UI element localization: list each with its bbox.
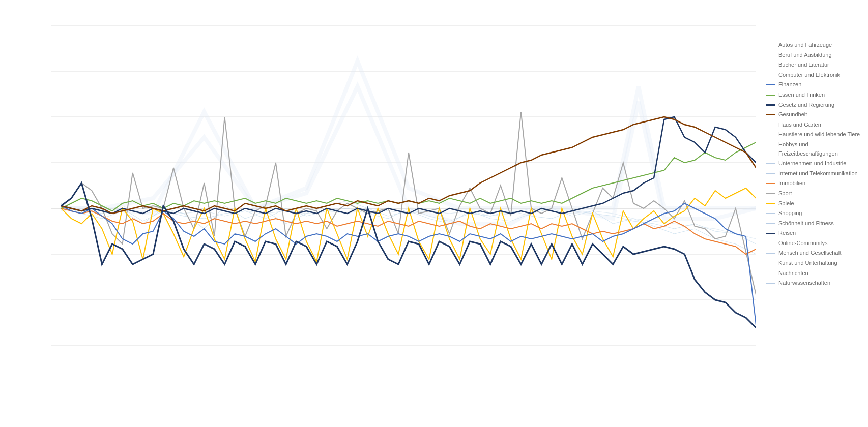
legend-color-swatch bbox=[766, 173, 775, 174]
legend-color-swatch bbox=[766, 45, 775, 45]
legend-label: Gesetz und Regierung bbox=[778, 101, 834, 110]
legend-label: Gesundheit bbox=[778, 110, 807, 119]
legend-color-swatch bbox=[766, 213, 775, 214]
legend-label: Internet und Telekommunikation bbox=[778, 169, 858, 178]
chart-legend: Autos und FahrzeugeBeruf und AusbildungB… bbox=[756, 10, 868, 412]
legend-label: Finanzen bbox=[778, 80, 801, 89]
legend-color-swatch bbox=[766, 233, 775, 234]
legend-color-swatch bbox=[766, 253, 775, 254]
legend-color-swatch bbox=[766, 55, 775, 55]
legend-item: Gesundheit bbox=[766, 110, 863, 119]
legend-label: Shopping bbox=[778, 209, 802, 218]
legend-label: Immobilien bbox=[778, 179, 805, 188]
legend-item: Gesetz und Regierung bbox=[766, 101, 863, 110]
legend-color-swatch bbox=[766, 243, 775, 243]
legend-color-swatch bbox=[766, 135, 775, 135]
legend-color-swatch bbox=[766, 223, 775, 224]
legend-color-swatch bbox=[766, 95, 775, 96]
legend-item: Schönheit und Fitness bbox=[766, 219, 863, 228]
legend-color-swatch bbox=[766, 163, 775, 164]
legend-label: Beruf und Ausbildung bbox=[778, 51, 832, 60]
legend-color-swatch bbox=[766, 193, 775, 194]
legend-item: Bücher und Literatur bbox=[766, 60, 863, 70]
legend-item: Finanzen bbox=[766, 80, 863, 89]
legend-item: Autos und Fahrzeuge bbox=[766, 41, 863, 50]
legend-label: Computer und Elektronik bbox=[778, 71, 840, 80]
legend-item: Naturwissenschaften bbox=[766, 279, 863, 288]
legend-label: Reisen bbox=[778, 229, 796, 238]
legend-label: Schönheit und Fitness bbox=[778, 219, 834, 228]
legend-color-swatch bbox=[766, 65, 775, 65]
legend-label: Online-Communitys bbox=[778, 239, 828, 248]
legend-item: Kunst und Unterhaltung bbox=[766, 259, 863, 268]
legend-item: Computer und Elektronik bbox=[766, 71, 863, 80]
legend-label: Bücher und Literatur bbox=[778, 60, 829, 70]
legend-label: Unternehmen und Industrie bbox=[778, 159, 846, 168]
legend-item: Nachrichten bbox=[766, 269, 863, 278]
legend-item: Internet und Telekommunikation bbox=[766, 169, 863, 178]
legend-item: Shopping bbox=[766, 209, 863, 218]
legend-color-swatch bbox=[766, 104, 775, 106]
legend-item: Mensch und Gesellschaft bbox=[766, 249, 863, 258]
legend-item: Reisen bbox=[766, 229, 863, 238]
legend-item: Haus und Garten bbox=[766, 120, 863, 130]
legend-label: Autos und Fahrzeuge bbox=[778, 41, 832, 50]
legend-color-swatch bbox=[766, 84, 775, 85]
legend-label: Spiele bbox=[778, 199, 794, 208]
legend-item: Immobilien bbox=[766, 179, 863, 188]
legend-color-swatch bbox=[766, 75, 775, 75]
legend-label: Essen und Trinken bbox=[778, 90, 825, 100]
legend-color-swatch bbox=[766, 263, 775, 263]
legend-color-swatch bbox=[766, 149, 775, 149]
legend-label: Sport bbox=[778, 189, 792, 198]
legend-color-swatch bbox=[766, 114, 775, 116]
legend-color-swatch bbox=[766, 273, 775, 273]
legend-color-swatch bbox=[766, 183, 775, 184]
legend-label: Hobbys und Freizeitbeschäftigungen bbox=[778, 140, 863, 158]
legend-label: Haustiere und wild lebende Tiere bbox=[778, 130, 860, 139]
legend-item: Beruf und Ausbildung bbox=[766, 51, 863, 60]
legend-item: Haustiere und wild lebende Tiere bbox=[766, 130, 863, 139]
chart-svg: 80 60 40 20 0 -20 -40 -60 bbox=[51, 10, 756, 412]
legend-label: Haus und Garten bbox=[778, 120, 821, 130]
legend-label: Naturwissenschaften bbox=[778, 279, 830, 288]
chart-area: 80 60 40 20 0 -20 -40 -60 bbox=[31, 10, 756, 412]
legend-item: Online-Communitys bbox=[766, 239, 863, 248]
legend-item: Unternehmen und Industrie bbox=[766, 159, 863, 168]
legend-color-swatch bbox=[766, 283, 775, 284]
chart-container: 80 60 40 20 0 -20 -40 -60 bbox=[0, 0, 868, 427]
legend-color-swatch bbox=[766, 125, 775, 125]
legend-label: Kunst und Unterhaltung bbox=[778, 259, 837, 268]
legend-item: Essen und Trinken bbox=[766, 90, 863, 100]
legend-item: Sport bbox=[766, 189, 863, 198]
legend-item: Spiele bbox=[766, 199, 863, 208]
legend-label: Mensch und Gesellschaft bbox=[778, 249, 842, 258]
legend-label: Nachrichten bbox=[778, 269, 808, 278]
legend-item: Hobbys und Freizeitbeschäftigungen bbox=[766, 140, 863, 158]
legend-color-swatch bbox=[766, 203, 775, 204]
